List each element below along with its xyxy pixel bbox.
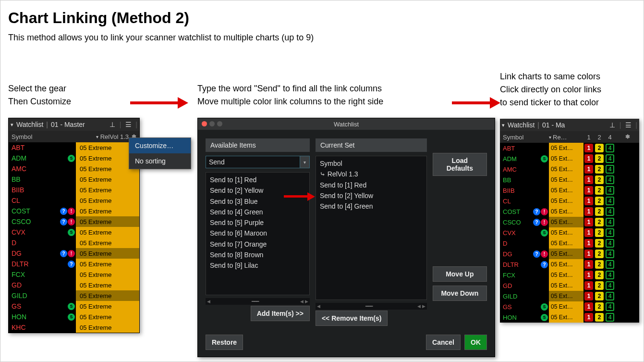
menu-item-no-sorting[interactable]: No sorting — [129, 153, 191, 169]
header-symbol[interactable]: Symbol — [500, 134, 549, 141]
table-row[interactable]: ADMS05 Extreme — [9, 153, 139, 163]
table-row[interactable]: DLTR?05 Ext…124 — [500, 259, 639, 270]
send-2-cell[interactable]: 2 — [594, 164, 605, 175]
table-row[interactable]: HONS05 Ext…124 — [500, 312, 639, 323]
send-2-cell[interactable]: 2 — [594, 280, 605, 291]
table-row[interactable]: GD05 Ext…124 — [500, 280, 639, 291]
header-re[interactable]: Re… — [553, 134, 567, 141]
table-row[interactable]: CL05 Extreme — [9, 195, 139, 206]
scrollbar[interactable]: ◀━━━◀ ▶ — [316, 303, 427, 310]
list-item[interactable]: Send to [1] Red — [319, 180, 424, 190]
send-2-cell[interactable]: 2 — [594, 270, 605, 280]
send-1-cell[interactable]: 1 — [583, 217, 594, 227]
send-2-cell[interactable]: 2 — [594, 238, 605, 249]
chevron-down-icon[interactable]: ▾ — [11, 122, 13, 128]
table-row[interactable]: GSS05 Extreme — [9, 301, 139, 312]
table-row[interactable]: FCX05 Ext…124 — [500, 270, 639, 280]
header-symbol[interactable]: Symbol — [9, 133, 76, 140]
add-items-button[interactable]: Add Item(s) >> — [251, 306, 310, 321]
list-icon[interactable]: ☰ — [624, 121, 632, 129]
send-4-cell[interactable]: 4 — [605, 312, 615, 323]
send-1-cell[interactable]: 1 — [583, 206, 594, 217]
send-1-cell[interactable]: 1 — [583, 153, 594, 164]
send-1-cell[interactable]: 1 — [583, 164, 594, 175]
list-item[interactable]: Send to [4] Green — [319, 201, 424, 212]
list-item[interactable]: Send to [5] Purple — [209, 217, 306, 228]
table-row[interactable]: BIIB05 Extreme — [9, 185, 139, 195]
table-row[interactable]: COST?!05 Extreme — [9, 206, 139, 216]
table-row[interactable]: ABT05 Extreme — [9, 142, 139, 153]
send-2-cell[interactable]: 2 — [594, 227, 605, 238]
list-item[interactable]: Send to [1] Red — [209, 175, 306, 185]
close-icon[interactable] — [202, 121, 207, 126]
watchlist-profile[interactable]: 01 - Master — [51, 121, 85, 128]
dropdown-icon[interactable]: ▾ — [300, 156, 310, 168]
send-2-cell[interactable]: 2 — [594, 217, 605, 227]
send-1-cell[interactable]: 1 — [583, 185, 594, 196]
header-col-2[interactable]: 2 — [594, 134, 605, 141]
table-row[interactable]: ABT05 Ext…124 — [500, 143, 639, 153]
table-row[interactable]: BB05 Ext…124 — [500, 175, 639, 185]
send-4-cell[interactable]: 4 — [605, 206, 615, 217]
send-4-cell[interactable]: 4 — [605, 196, 615, 206]
send-2-cell[interactable]: 2 — [594, 249, 605, 259]
move-up-button[interactable]: Move Up — [433, 266, 487, 282]
send-4-cell[interactable]: 4 — [605, 143, 615, 153]
send-1-cell[interactable]: 1 — [583, 175, 594, 185]
table-row[interactable]: DLTR?05 Extreme — [9, 259, 139, 269]
list-item[interactable]: Send to [2] Yellow — [209, 185, 306, 196]
header-col-1[interactable]: 1 — [583, 134, 594, 141]
table-row[interactable]: GILD05 Ext…124 — [500, 291, 639, 301]
table-row[interactable]: BIIB05 Ext…124 — [500, 185, 639, 196]
ok-button[interactable]: OK — [464, 335, 487, 350]
list-icon[interactable]: ☰ — [124, 121, 133, 128]
table-row[interactable]: D05 Ext…124 — [500, 238, 639, 249]
send-1-cell[interactable]: 1 — [583, 238, 594, 249]
send-2-cell[interactable]: 2 — [594, 196, 605, 206]
send-2-cell[interactable]: 2 — [594, 259, 605, 270]
send-4-cell[interactable]: 4 — [605, 227, 615, 238]
send-4-cell[interactable]: 4 — [605, 153, 615, 164]
pin-icon[interactable]: ⊥ — [608, 121, 617, 129]
remove-items-button[interactable]: << Remove Item(s) — [316, 311, 388, 326]
send-2-cell[interactable]: 2 — [594, 312, 605, 323]
table-row[interactable]: CVXS05 Extreme — [9, 227, 139, 237]
load-defaults-button[interactable]: Load Defaults — [433, 153, 487, 176]
send-1-cell[interactable]: 1 — [583, 227, 594, 238]
cancel-button[interactable]: Cancel — [426, 335, 461, 350]
table-row[interactable]: GSS05 Ext…124 — [500, 301, 639, 312]
list-item[interactable]: Symbol — [319, 158, 424, 169]
table-row[interactable]: AMC05 Ext…124 — [500, 164, 639, 175]
send-2-cell[interactable]: 2 — [594, 143, 605, 153]
send-1-cell[interactable]: 1 — [583, 312, 594, 323]
send-4-cell[interactable]: 4 — [605, 270, 615, 280]
menu-item-customize[interactable]: Customize… — [129, 138, 191, 153]
list-item[interactable]: Send to [2] Yellow — [319, 190, 424, 201]
table-row[interactable]: FCX05 Extreme — [9, 269, 139, 280]
send-4-cell[interactable]: 4 — [605, 249, 615, 259]
restore-button[interactable]: Restore — [206, 335, 243, 350]
table-row[interactable]: GILD05 Extreme — [9, 290, 139, 301]
table-row[interactable]: HONS05 Extreme — [9, 312, 139, 322]
list-item[interactable]: Send to [6] Maroon — [209, 228, 306, 238]
send-4-cell[interactable]: 4 — [605, 175, 615, 185]
table-row[interactable]: AMC05 Extreme — [9, 163, 139, 174]
send-4-cell[interactable]: 4 — [605, 164, 615, 175]
search-input[interactable] — [206, 156, 300, 168]
current-set-list[interactable]: Symbol⤷ RelVol 1.3Send to [1] RedSend to… — [316, 156, 427, 300]
send-1-cell[interactable]: 1 — [583, 249, 594, 259]
send-4-cell[interactable]: 4 — [605, 291, 615, 301]
move-down-button[interactable]: Move Down — [433, 286, 487, 301]
table-row[interactable]: CSCO?!05 Extreme — [9, 216, 139, 227]
minimize-icon[interactable] — [209, 121, 215, 126]
send-2-cell[interactable]: 2 — [594, 185, 605, 196]
send-4-cell[interactable]: 4 — [605, 259, 615, 270]
table-row[interactable]: CVXS05 Ext…124 — [500, 227, 639, 238]
send-2-cell[interactable]: 2 — [594, 153, 605, 164]
table-row[interactable]: KHC05 Extreme — [9, 322, 139, 333]
send-4-cell[interactable]: 4 — [605, 185, 615, 196]
send-1-cell[interactable]: 1 — [583, 280, 594, 291]
table-row[interactable]: BB05 Extreme — [9, 174, 139, 185]
chevron-down-icon[interactable]: ▾ — [502, 122, 505, 128]
send-4-cell[interactable]: 4 — [605, 217, 615, 227]
